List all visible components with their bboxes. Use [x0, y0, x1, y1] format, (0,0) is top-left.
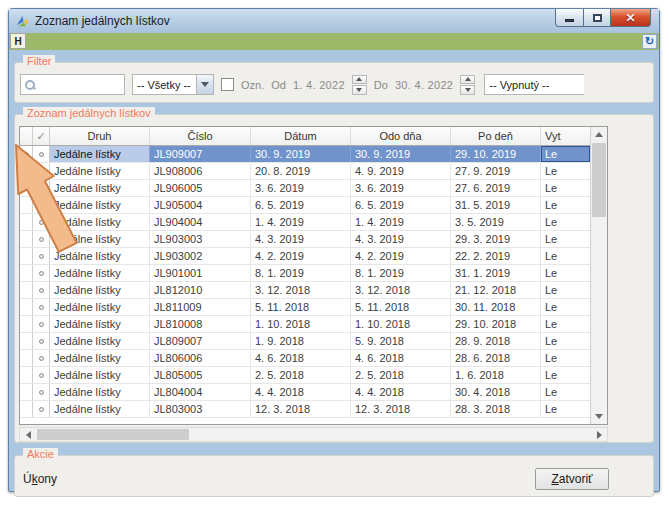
table-row[interactable]: Jedálne lístky JL901001 8. 1. 2019 8. 1.…: [20, 265, 590, 282]
cell-druh[interactable]: Jedálne lístky: [50, 282, 150, 298]
row-marker-cell[interactable]: [33, 180, 50, 196]
vertical-scrollbar[interactable]: [590, 127, 607, 424]
table-row[interactable]: Jedálne lístky JL806006 4. 6. 2018 4. 6.…: [20, 350, 590, 367]
row-marker-cell[interactable]: [33, 316, 50, 332]
spin-down-icon[interactable]: [460, 85, 475, 95]
cell-datum[interactable]: 2. 5. 2018: [251, 367, 351, 383]
cell-vyt[interactable]: Le: [541, 350, 590, 366]
scroll-right-button[interactable]: [591, 428, 607, 441]
cell-odo-dna[interactable]: 12. 3. 2018: [351, 401, 451, 417]
row-marker-cell[interactable]: [33, 299, 50, 315]
maximize-button[interactable]: [584, 9, 611, 27]
column-header-cislo[interactable]: Číslo: [150, 127, 251, 145]
cell-vyt[interactable]: Le: [541, 384, 590, 400]
table-row[interactable]: Jedálne lístky JL904004 1. 4. 2019 1. 4.…: [20, 214, 590, 231]
to-date-value[interactable]: 30. 4. 2022: [395, 79, 453, 91]
search-input[interactable]: [38, 79, 118, 91]
cell-cislo[interactable]: JL903002: [150, 248, 251, 264]
cell-po-den[interactable]: 28. 3. 2018: [451, 401, 541, 417]
table-row[interactable]: Jedálne lístky JL903002 4. 2. 2019 4. 2.…: [20, 248, 590, 265]
cell-druh[interactable]: Jedálne lístky: [50, 231, 150, 247]
cell-datum[interactable]: 8. 1. 2019: [251, 265, 351, 281]
vertical-scroll-thumb[interactable]: [592, 143, 606, 217]
cell-po-den[interactable]: 1. 6. 2018: [451, 367, 541, 383]
cell-cislo[interactable]: JL908006: [150, 163, 251, 179]
cell-druh[interactable]: Jedálne lístky: [50, 214, 150, 230]
cell-cislo[interactable]: JL812010: [150, 282, 251, 298]
cell-druh[interactable]: Jedálne lístky: [50, 180, 150, 196]
cell-po-den[interactable]: 31. 5. 2019: [451, 197, 541, 213]
row-marker-cell[interactable]: [33, 367, 50, 383]
cell-cislo[interactable]: JL811009: [150, 299, 251, 315]
cell-cislo[interactable]: JL906005: [150, 180, 251, 196]
cell-datum[interactable]: 30. 9. 2019: [251, 146, 351, 162]
row-marker-cell[interactable]: [33, 350, 50, 366]
table-row[interactable]: Jedálne lístky JL812010 3. 12. 2018 3. 1…: [20, 282, 590, 299]
cell-po-den[interactable]: 31. 1. 2019: [451, 265, 541, 281]
table-row[interactable]: Jedálne lístky JL906005 3. 6. 2019 3. 6.…: [20, 180, 590, 197]
cell-druh[interactable]: Jedálne lístky: [50, 197, 150, 213]
from-date-value[interactable]: 1. 4. 2022: [293, 79, 345, 91]
cell-druh[interactable]: Jedálne lístky: [50, 163, 150, 179]
spin-up-icon[interactable]: [460, 75, 475, 85]
cell-odo-dna[interactable]: 1. 4. 2019: [351, 214, 451, 230]
cell-vyt[interactable]: Le: [541, 367, 590, 383]
table-row[interactable]: Jedálne lístky JL804004 4. 4. 2018 4. 4.…: [20, 384, 590, 401]
cell-po-den[interactable]: 29. 10. 2019: [451, 146, 541, 162]
ukony-menu-button[interactable]: Úkony: [23, 472, 57, 486]
cell-cislo[interactable]: JL905004: [150, 197, 251, 213]
cell-vyt[interactable]: Le: [541, 146, 590, 162]
titlebar[interactable]: Zoznam jedálnych lístkov ✕: [9, 9, 659, 33]
cell-vyt[interactable]: Le: [541, 248, 590, 264]
row-marker-cell[interactable]: [33, 282, 50, 298]
cell-vyt[interactable]: Le: [541, 163, 590, 179]
row-marker-cell[interactable]: [33, 248, 50, 264]
cell-cislo[interactable]: JL805005: [150, 367, 251, 383]
search-box[interactable]: [20, 74, 125, 95]
vertical-scroll-track[interactable]: [591, 142, 607, 409]
cell-datum[interactable]: 5. 11. 2018: [251, 299, 351, 315]
cell-odo-dna[interactable]: 30. 9. 2019: [351, 146, 451, 162]
cell-vyt[interactable]: Le: [541, 299, 590, 315]
cell-odo-dna[interactable]: 4. 2. 2019: [351, 248, 451, 264]
cell-datum[interactable]: 1. 4. 2019: [251, 214, 351, 230]
row-marker-cell[interactable]: [33, 231, 50, 247]
table-row[interactable]: Jedálne lístky JL809007 1. 9. 2018 5. 9.…: [20, 333, 590, 350]
table-row[interactable]: Jedálne lístky JL811009 5. 11. 2018 5. 1…: [20, 299, 590, 316]
horizontal-scroll-thumb[interactable]: [37, 429, 189, 440]
cell-odo-dna[interactable]: 4. 4. 2018: [351, 384, 451, 400]
cell-cislo[interactable]: JL901001: [150, 265, 251, 281]
cell-odo-dna[interactable]: 8. 1. 2019: [351, 265, 451, 281]
cell-druh[interactable]: Jedálne lístky: [50, 367, 150, 383]
cell-po-den[interactable]: 30. 4. 2018: [451, 384, 541, 400]
cell-datum[interactable]: 3. 6. 2019: [251, 180, 351, 196]
column-header-odo-dna[interactable]: Odo dňa: [351, 127, 451, 145]
cell-vyt[interactable]: Le: [541, 265, 590, 281]
row-marker-cell[interactable]: [33, 384, 50, 400]
cell-po-den[interactable]: 22. 2. 2019: [451, 248, 541, 264]
column-header-indicator[interactable]: [20, 127, 33, 145]
cell-po-den[interactable]: 29. 3. 2019: [451, 231, 541, 247]
column-header-check[interactable]: ✓: [33, 127, 50, 145]
cell-datum[interactable]: 4. 4. 2018: [251, 384, 351, 400]
cell-odo-dna[interactable]: 3. 12. 2018: [351, 282, 451, 298]
cell-cislo[interactable]: JL804004: [150, 384, 251, 400]
cell-datum[interactable]: 6. 5. 2019: [251, 197, 351, 213]
cell-odo-dna[interactable]: 6. 5. 2019: [351, 197, 451, 213]
cell-vyt[interactable]: Le: [541, 333, 590, 349]
cell-datum[interactable]: 20. 8. 2019: [251, 163, 351, 179]
cell-datum[interactable]: 1. 10. 2018: [251, 316, 351, 332]
cell-datum[interactable]: 4. 2. 2019: [251, 248, 351, 264]
refresh-icon[interactable]: ↻: [642, 34, 657, 49]
scroll-up-button[interactable]: [591, 127, 607, 142]
cell-datum[interactable]: 4. 3. 2019: [251, 231, 351, 247]
cell-druh[interactable]: Jedálne lístky: [50, 333, 150, 349]
dropdown-button[interactable]: [196, 75, 213, 94]
cell-vyt[interactable]: Le: [541, 401, 590, 417]
cell-cislo[interactable]: JL909007: [150, 146, 251, 162]
column-header-druh[interactable]: Druh: [50, 127, 150, 145]
table-row[interactable]: Jedálne lístky JL810008 1. 10. 2018 1. 1…: [20, 316, 590, 333]
row-marker-cell[interactable]: [33, 146, 50, 162]
horizontal-scroll-track[interactable]: [36, 428, 591, 441]
to-date-spinner[interactable]: [460, 75, 475, 95]
